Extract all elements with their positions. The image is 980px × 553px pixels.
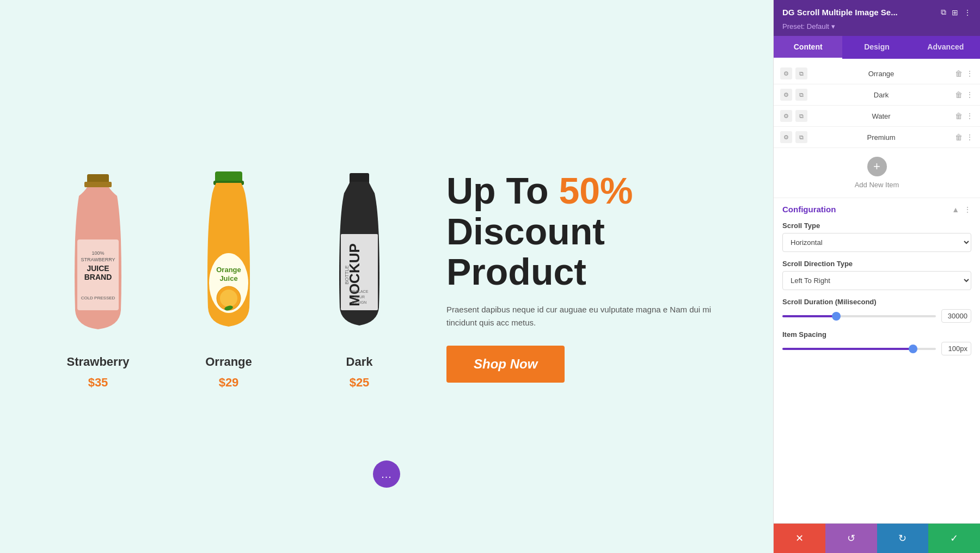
item-spacing-value: 100px (941, 342, 971, 355)
svg-text:100%: 100% (91, 250, 104, 256)
item-name-water: Water (812, 112, 951, 120)
item-actions-orrange: 🗑 ⋮ (955, 69, 973, 78)
list-item-orrange: ⚙ ⧉ Orrange 🗑 ⋮ (774, 63, 980, 84)
product-price-dark: $25 (350, 376, 370, 390)
scroll-duration-slider[interactable] (782, 315, 936, 317)
item-more-icon-water[interactable]: ⋮ (966, 112, 973, 120)
promo-title-start: Up To (446, 170, 559, 211)
item-settings-icon-premium[interactable]: ⚙ (780, 131, 792, 143)
item-icons-dark: ⚙ ⧉ (780, 89, 807, 101)
tab-advanced[interactable]: Advanced (911, 36, 980, 59)
floating-dots-button[interactable]: ... (373, 460, 400, 488)
promo-title: Up To 50% Discount Product (446, 170, 730, 292)
scroll-duration-value: 30000 (941, 309, 971, 323)
product-card-orrange: Orange Juice Orrange $29 (174, 163, 283, 390)
item-delete-icon-dark[interactable]: 🗑 (955, 90, 963, 99)
svg-rect-1 (84, 182, 112, 187)
scroll-type-select[interactable]: Horizontal Vertical (782, 233, 971, 252)
scroll-duration-thumb[interactable] (832, 312, 841, 321)
add-new-item[interactable]: + Add New Item (774, 148, 980, 198)
item-settings-icon-orrange[interactable]: ⚙ (780, 67, 792, 79)
item-spacing-slider[interactable] (782, 348, 936, 350)
scroll-direction-label: Scroll Direction Type (782, 260, 971, 268)
add-new-circle-icon[interactable]: + (867, 157, 887, 176)
product-card-strawberry: 100% STRAWBERRY JUICE BRAND COLD PRESSED… (44, 163, 152, 390)
canvas-area: 100% STRAWBERRY JUICE BRAND COLD PRESSED… (0, 0, 773, 553)
item-more-icon-premium[interactable]: ⋮ (966, 133, 973, 142)
product-name-orrange: Orrange (205, 355, 252, 369)
scroll-duration-label: Scroll Duration (Milisecond) (782, 298, 971, 306)
product-image-strawberry: 100% STRAWBERRY JUICE BRAND COLD PRESSED (44, 163, 152, 348)
svg-point-14 (220, 290, 237, 307)
item-settings-icon-water[interactable]: ⚙ (780, 110, 792, 122)
panel-header: DG Scroll Multiple Image Se... ⧉ ⊞ ⋮ (774, 0, 980, 22)
list-item-dark: ⚙ ⧉ Dark 🗑 ⋮ (774, 84, 980, 106)
panel-header-icons: ⧉ ⊞ ⋮ (941, 8, 971, 17)
promo-subtitle: Product (446, 251, 586, 292)
item-delete-icon-water[interactable]: 🗑 (955, 112, 963, 120)
item-spacing-label: Item Spacing (782, 330, 971, 339)
list-item-water: ⚙ ⧉ Water 🗑 ⋮ (774, 106, 980, 127)
item-actions-dark: 🗑 ⋮ (955, 90, 973, 99)
tab-design[interactable]: Design (842, 36, 911, 59)
item-name-orrange: Orrange (812, 70, 951, 78)
item-spacing-thumb[interactable] (909, 345, 917, 353)
item-actions-premium: 🗑 ⋮ (955, 133, 973, 142)
product-name-strawberry: Strawberry (67, 355, 130, 369)
svg-text:Juice: Juice (219, 274, 237, 282)
product-image-dark: MOCKUP BOTTLE REPLACE YOUR DESIGN (305, 163, 414, 348)
panel-icon-grid[interactable]: ⊞ (952, 8, 958, 17)
add-new-label: Add New Item (855, 181, 899, 189)
tab-content[interactable]: Content (774, 36, 842, 59)
panel-icon-copy[interactable]: ⧉ (941, 8, 946, 17)
item-copy-icon-dark[interactable]: ⧉ (795, 89, 807, 101)
cancel-button[interactable]: ✕ (774, 524, 825, 553)
svg-text:YOUR: YOUR (354, 295, 365, 299)
item-delete-icon-orrange[interactable]: 🗑 (955, 69, 963, 78)
shop-now-button[interactable]: Shop Now (446, 346, 565, 383)
product-price-orrange: $29 (219, 376, 239, 390)
item-spacing-fill (782, 348, 913, 350)
promo-title-end: Discount (446, 211, 605, 252)
item-more-icon-orrange[interactable]: ⋮ (966, 69, 973, 78)
scroll-duration-fill (782, 315, 836, 317)
panel-title: DG Scroll Multiple Image Se... (782, 8, 898, 17)
item-spacing-slider-row: 100px (782, 342, 971, 355)
svg-text:JUICE: JUICE (87, 264, 109, 273)
item-more-icon-dark[interactable]: ⋮ (966, 90, 973, 99)
promo-description: Praesent dapibus neque id cur auguae eu … (446, 303, 730, 329)
config-more-icon[interactable]: ⋮ (964, 205, 971, 214)
bottom-action-bar: ✕ ↺ ↻ ✓ (774, 523, 980, 553)
item-copy-icon-orrange[interactable]: ⧉ (795, 67, 807, 79)
config-collapse-icon[interactable]: ▲ (952, 205, 959, 214)
right-panel: DG Scroll Multiple Image Se... ⧉ ⊞ ⋮ Pre… (773, 0, 980, 553)
panel-tabs: Content Design Advanced (774, 36, 980, 59)
svg-text:STRAWBERRY: STRAWBERRY (81, 257, 115, 262)
item-copy-icon-premium[interactable]: ⧉ (795, 131, 807, 143)
scroll-type-label: Scroll Type (782, 222, 971, 230)
promo-highlight: 50% (559, 170, 633, 211)
svg-text:DESIGN: DESIGN (352, 300, 367, 304)
item-icons-premium: ⚙ ⧉ (780, 131, 807, 143)
svg-text:COLD PRESSED: COLD PRESSED (81, 296, 115, 300)
item-settings-icon-dark[interactable]: ⚙ (780, 89, 792, 101)
panel-icon-more[interactable]: ⋮ (964, 8, 971, 17)
confirm-button[interactable]: ✓ (928, 524, 980, 553)
item-delete-icon-premium[interactable]: 🗑 (955, 133, 963, 142)
config-title: Configuration (782, 205, 836, 214)
item-icons-water: ⚙ ⧉ (780, 110, 807, 122)
panel-subtitle[interactable]: Preset: Default ▾ (774, 22, 980, 36)
promo-area: Up To 50% Discount Product Praesent dapi… (436, 170, 730, 383)
svg-text:Orange: Orange (216, 266, 241, 274)
scroll-direction-select[interactable]: Left To Right Right To Left (782, 271, 971, 290)
refresh-button[interactable]: ↻ (877, 524, 929, 553)
reset-button[interactable]: ↺ (825, 524, 877, 553)
list-item-premium: ⚙ ⧉ Premium 🗑 ⋮ (774, 127, 980, 148)
item-actions-water: 🗑 ⋮ (955, 112, 973, 120)
configuration-section: Configuration ▲ ⋮ Scroll Type Horizontal… (774, 198, 980, 370)
product-card-dark: MOCKUP BOTTLE REPLACE YOUR DESIGN Dark $… (305, 163, 414, 390)
config-header: Configuration ▲ ⋮ (782, 205, 971, 214)
item-name-dark: Dark (812, 91, 951, 99)
svg-text:BOTTLE: BOTTLE (344, 265, 350, 284)
item-copy-icon-water[interactable]: ⧉ (795, 110, 807, 122)
